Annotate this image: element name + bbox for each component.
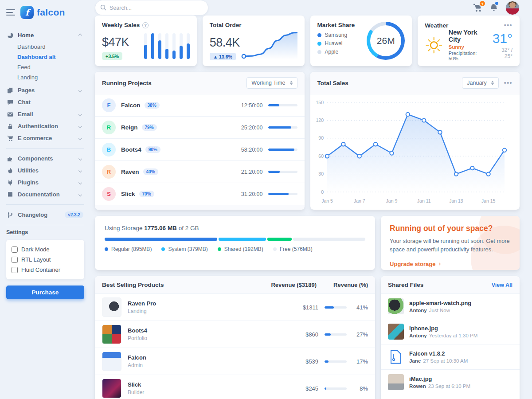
rtl-layout-toggle[interactable]: RTL Layout [12,254,79,265]
search-box [95,0,208,16]
dark-mode-checkbox[interactable] [12,246,18,253]
file-time: 27 Sep at 10:30 AM [423,358,468,364]
sidebar-item-dashboard[interactable]: Dashboard [17,42,84,52]
product-thumbnail [102,379,121,398]
product-name[interactable]: Falcon [128,354,146,361]
weather-condition: Sunny [449,44,487,50]
brand-name: falcon [37,7,65,18]
cart-button[interactable]: 1 [473,3,482,12]
project-time: 58:20:00 [241,147,263,153]
lock-icon [7,123,13,129]
file-thumbnail [388,349,404,365]
svg-text:120: 120 [316,117,324,123]
project-name[interactable]: Boots4 [121,146,141,153]
total-sales-menu-button[interactable]: ••• [504,79,512,86]
product-thumbnail [102,297,121,317]
search-input[interactable] [95,0,208,16]
product-name[interactable]: Boots4 [128,327,147,334]
file-name[interactable]: Falcon v1.8.2 [409,350,468,357]
product-percent: 17% [353,358,368,365]
running-projects-title: Running Projects [102,80,152,86]
main-content: 1 Weekly Sales ? $47K +3.5% [89,0,532,399]
sidebar-item-utilities[interactable]: Utilities [6,164,84,176]
middle-row: Running Projects Working Time F Falcon 3… [95,72,520,210]
sidebar: f falcon Home Dashboard Dashboard alt Fe… [0,0,89,399]
dark-mode-toggle[interactable]: Dark Mode [12,244,79,254]
month-select[interactable]: January [462,77,498,89]
project-name[interactable]: Falcon [121,102,141,109]
svg-text:150: 150 [316,100,324,105]
file-icon [390,350,402,364]
working-time-select[interactable]: Working Time [246,77,297,89]
upgrade-space-card: Running out of your space? Your storage … [381,216,520,270]
file-thumbnail [388,298,404,314]
user-avatar[interactable] [505,1,520,15]
product-row: Falcon Admin $539 17% [95,348,375,375]
kpi-row: Weekly Sales ? $47K +3.5% Total Order 58… [95,16,520,66]
project-name[interactable]: Slick [121,191,135,197]
legend-dot [105,247,108,251]
fluid-checkbox[interactable] [12,267,18,273]
legend-dot [161,247,165,251]
project-name[interactable]: Reign [121,124,138,131]
svg-text:Jan 15: Jan 15 [481,198,495,203]
cart-icon [7,135,13,141]
brand-logo[interactable]: f falcon [20,6,65,19]
project-time: 12:50:00 [241,102,263,109]
upgrade-storage-link[interactable]: Upgrade storage [390,261,440,267]
rtl-checkbox[interactable] [12,257,18,263]
sidebar-item-pages[interactable]: Pages [6,84,84,96]
purchase-button[interactable]: Purchase [6,286,84,299]
sidebar-item-components[interactable]: Components [6,153,84,164]
total-order-sparkline [240,28,297,60]
shared-files-card: Shared Files View All apple-smart-watch.… [381,276,520,399]
pages-icon [7,87,13,94]
market-share-card: Market Share Samsung Huawei Apple 26M [310,16,412,66]
sidebar-item-feed[interactable]: Feed [17,62,84,72]
sidebar-item-changelog[interactable]: Changelog v2.3.2 [6,209,84,221]
sidebar-item-landing[interactable]: Landing [17,72,84,82]
bottom-row: Best Selling Products Revenue ($3189) Re… [95,276,520,399]
menu-toggle-icon[interactable] [6,9,15,16]
legend-dot [273,247,277,251]
sidebar-nav: Home Dashboard Dashboard alt Feed Landin… [6,29,84,299]
version-badge: v2.3.2 [65,211,83,218]
chevron-right-icon [438,262,441,266]
legend-dot [317,42,321,46]
sort-arrows-icon [290,81,293,85]
help-icon[interactable]: ? [142,22,149,28]
legend-dot [218,247,221,251]
file-name[interactable]: iMac.jpg [409,376,470,382]
sidebar-item-email[interactable]: Email [6,108,84,120]
weekly-sales-card: Weekly Sales ? $47K +3.5% [95,16,197,66]
view-all-link[interactable]: View All [492,282,512,288]
space-title: Running out of your space? [390,224,511,233]
sidebar-item-authentication[interactable]: Authentication [6,120,84,132]
sidebar-item-chat[interactable]: Chat [6,96,84,108]
sidebar-item-plugins[interactable]: Plugins [6,176,84,188]
project-progress-bar [268,171,297,173]
plug-icon [7,180,13,186]
notifications-button[interactable] [489,3,498,12]
product-row: Slick Builder $245 8% [95,375,375,399]
sidebar-item-home[interactable]: Home [6,29,84,41]
projects-footer: Show all projects [95,205,305,210]
file-name[interactable]: iphone.jpg [409,325,477,332]
file-name[interactable]: apple-smart-watch.png [409,300,471,306]
project-row: R Reign 79% 25:20:00 [95,117,305,139]
weather-menu-button[interactable]: ••• [504,22,512,29]
project-row: S Slick 70% 31:20:00 [95,183,305,205]
show-all-projects-link[interactable]: Show all projects [173,209,226,210]
fluid-container-toggle[interactable]: Fluid Container [12,265,79,275]
sidebar-item-documentation[interactable]: Documentation [6,188,84,200]
product-revenue: $1311 [295,304,318,311]
sidebar-item-dashboard-alt[interactable]: Dashboard alt [17,52,84,62]
chevron-down-icon [78,180,82,184]
project-avatar: R [102,121,116,134]
project-name[interactable]: Raven [121,168,139,175]
product-thumbnail [102,352,121,371]
product-name[interactable]: Slick [128,381,144,388]
product-name[interactable]: Raven Pro [128,300,156,307]
sidebar-item-ecommerce[interactable]: E commerce [6,132,84,144]
project-percent-badge: 40% [143,168,158,175]
